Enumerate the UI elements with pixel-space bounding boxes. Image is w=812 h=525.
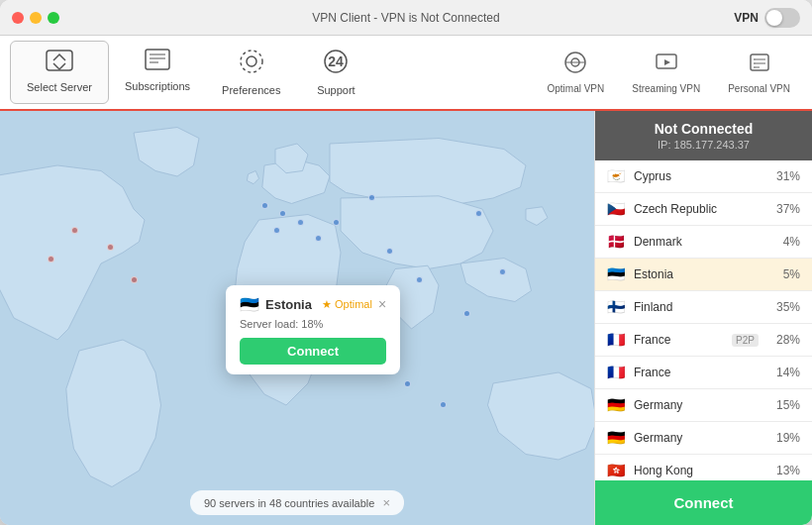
support-icon: 24 [323,49,349,80]
titlebar: VPN Client - VPN is Not Connected VPN [0,0,812,36]
toolbar-item-personal-vpn[interactable]: Personal VPN [716,45,802,100]
toolbar-item-optimal-vpn[interactable]: Optimal VPN [535,45,616,100]
server-load: 28% [770,333,800,347]
maximize-button[interactable] [48,12,59,24]
server-item[interactable]: 🇫🇷 France 14% [595,357,812,389]
server-item[interactable]: 🇩🇰 Denmark 4% [595,226,812,259]
server-item[interactable]: 🇫🇷 France P2P 28% [595,324,812,357]
map-area: 🇪🇪 Estonia ★ Optimal × Server load: 18% … [0,111,594,525]
server-name: Germany [634,398,762,412]
server-flag: 🇫🇷 [607,331,626,349]
server-load: 14% [770,366,800,379]
map-dot [261,202,268,209]
svg-point-5 [247,56,256,66]
minimize-button[interactable] [30,12,42,24]
server-load: 37% [770,202,800,216]
right-panel: Not Connected IP: 185.177.243.37 🇨🇾 Cypr… [594,111,812,525]
preferences-icon [239,49,264,80]
map-dot [297,219,304,226]
server-item[interactable]: 🇨🇿 Czech Republic 37% [595,193,812,226]
popup-close-button[interactable]: × [378,296,386,312]
connection-status: Not Connected [609,121,798,137]
map-dot [440,401,447,408]
ip-address: IP: 185.177.243.37 [609,139,798,151]
select-server-label: Select Server [27,81,92,93]
server-popup: 🇪🇪 Estonia ★ Optimal × Server load: 18% … [226,285,400,374]
server-name: Estonia [634,267,762,281]
map-dot [333,219,340,226]
server-name: Finland [634,300,762,314]
subscriptions-label: Subscriptions [125,80,190,92]
optimal-vpn-label: Optimal VPN [547,83,604,94]
server-name: France [634,366,762,379]
personal-vpn-label: Personal VPN [728,83,790,94]
server-flag: 🇫🇮 [607,298,626,316]
map-dot [368,194,375,201]
toolbar-item-streaming-vpn[interactable]: Streaming VPN [620,45,712,100]
map-bottom-bar: 90 servers in 48 countries available × [190,490,404,515]
toolbar-item-preferences[interactable]: Preferences [206,41,296,104]
server-name: Denmark [634,235,762,249]
titlebar-right: VPN [734,8,800,28]
close-button[interactable] [12,12,24,24]
optimal-vpn-icon [563,51,587,79]
map-dot [499,268,506,275]
server-item[interactable]: 🇨🇾 Cyprus 31% [595,160,812,193]
preferences-label: Preferences [222,84,280,96]
map-dot [404,380,411,387]
toolbar-item-select-server[interactable]: Select Server [10,41,109,104]
server-list: 🇨🇾 Cyprus 31% 🇨🇿 Czech Republic 37% 🇩🇰 D… [595,160,812,480]
support-label: Support [317,84,355,96]
map-dot [273,227,280,234]
server-flag: 🇭🇰 [607,462,626,479]
server-flag: 🇩🇰 [607,233,626,251]
server-badge: P2P [732,334,759,347]
server-load: 19% [770,431,800,445]
toolbar-item-support[interactable]: 24 Support [296,41,375,104]
toolbar-item-subscriptions[interactable]: Subscriptions [109,41,206,104]
server-flag: 🇪🇪 [607,265,626,283]
servers-available-text: 90 servers in 48 countries available [204,497,374,509]
map-bottom-close[interactable]: × [382,495,390,510]
window-title: VPN Client - VPN is Not Connected [312,11,499,25]
streaming-vpn-icon [655,51,678,79]
server-load: 5% [770,267,800,281]
vpn-toggle-label: VPN [734,11,759,25]
server-item[interactable]: 🇫🇮 Finland 35% [595,291,812,324]
server-load: 13% [770,464,800,477]
map-dot [107,244,114,251]
popup-connect-button[interactable]: Connect [240,338,386,365]
app-window: VPN Client - VPN is Not Connected VPN Se… [0,0,812,525]
panel-header: Not Connected IP: 185.177.243.37 [595,111,812,160]
server-item[interactable]: 🇩🇪 Germany 19% [595,422,812,455]
server-name: Czech Republic [634,202,762,216]
streaming-vpn-label: Streaming VPN [632,83,700,94]
select-server-icon [46,50,73,77]
popup-flag: 🇪🇪 [240,295,259,314]
svg-rect-1 [146,50,169,69]
popup-optimal: ★ Optimal [322,298,372,311]
server-flag: 🇨🇿 [607,200,626,218]
popup-header: 🇪🇪 Estonia ★ Optimal × [240,295,386,314]
server-name: Germany [634,431,762,445]
traffic-lights [12,12,59,24]
server-flag: 🇫🇷 [607,364,626,381]
map-dot [386,248,393,255]
server-load: 4% [770,235,800,249]
popup-load: Server load: 18% [240,318,386,330]
server-name: Hong Kong [634,464,762,477]
panel-connect-button[interactable]: Connect [595,480,812,525]
svg-text:24: 24 [329,53,345,69]
toolbar: Select Server Subscriptions [0,36,812,111]
server-item[interactable]: 🇩🇪 Germany 15% [595,389,812,422]
server-load: 35% [770,300,800,314]
svg-point-6 [241,51,262,72]
vpn-toggle[interactable] [764,8,800,28]
server-item-selected[interactable]: 🇪🇪 Estonia 5% [595,259,812,291]
server-load: 31% [770,169,800,183]
server-item[interactable]: 🇭🇰 Hong Kong 13% [595,455,812,480]
toolbar-left: Select Server Subscriptions [10,41,375,104]
map-dot [71,227,78,234]
main-content: 🇪🇪 Estonia ★ Optimal × Server load: 18% … [0,111,812,525]
popup-country: Estonia [265,297,312,312]
